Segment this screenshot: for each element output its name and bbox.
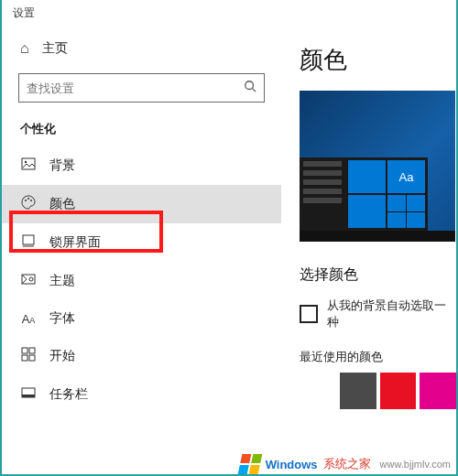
preview-tiles: Aa bbox=[345, 157, 428, 231]
page-title: 颜色 bbox=[300, 44, 456, 76]
svg-rect-14 bbox=[29, 355, 35, 361]
sidebar-item-lockscreen[interactable]: 锁屏界面 bbox=[2, 223, 281, 262]
preview-start-list bbox=[300, 157, 345, 231]
theme-icon bbox=[20, 272, 37, 290]
picture-icon bbox=[20, 157, 37, 175]
sidebar-item-fonts[interactable]: AA 字体 bbox=[2, 300, 281, 337]
svg-rect-7 bbox=[23, 235, 34, 244]
window-body: ⌂ 主页 个性化 背景 bbox=[2, 26, 456, 474]
lockscreen-icon bbox=[20, 233, 37, 252]
preview-taskbar bbox=[300, 231, 455, 242]
sidebar-item-taskbar[interactable]: 任务栏 bbox=[2, 375, 281, 414]
home-button[interactable]: ⌂ 主页 bbox=[2, 33, 281, 64]
svg-rect-11 bbox=[22, 348, 27, 353]
start-icon bbox=[20, 347, 37, 365]
color-swatch[interactable] bbox=[300, 373, 336, 409]
svg-point-6 bbox=[30, 200, 32, 201]
sidebar-item-label: 锁屏界面 bbox=[49, 234, 101, 251]
sidebar-item-label: 开始 bbox=[49, 348, 75, 364]
sidebar-item-label: 颜色 bbox=[49, 196, 75, 212]
watermark-site: 系统之家 bbox=[323, 456, 371, 472]
preview-tile-grid bbox=[387, 195, 425, 228]
home-icon: ⌂ bbox=[20, 40, 29, 57]
watermark-url: www.bjjmlv.com bbox=[380, 459, 451, 470]
watermark: Windows 系统之家 www.bjjmlv.com bbox=[240, 454, 451, 474]
windows-logo-icon bbox=[237, 454, 262, 474]
preview-tile-aa: Aa bbox=[387, 160, 425, 193]
font-icon: AA bbox=[20, 312, 37, 326]
sidebar-item-label: 主题 bbox=[49, 273, 75, 289]
svg-point-5 bbox=[27, 198, 29, 200]
sidebar-item-label: 任务栏 bbox=[49, 386, 88, 403]
color-swatch[interactable] bbox=[420, 373, 456, 409]
watermark-brand: Windows bbox=[266, 458, 318, 471]
section-label: 个性化 bbox=[2, 115, 281, 146]
sidebar-item-start[interactable]: 开始 bbox=[2, 337, 281, 375]
home-label: 主页 bbox=[42, 40, 68, 57]
svg-line-1 bbox=[253, 89, 256, 92]
color-swatch[interactable] bbox=[340, 373, 376, 409]
window-title: 设置 bbox=[2, 0, 456, 26]
search-wrap bbox=[2, 64, 281, 115]
settings-window: 设置 ⌂ 主页 个性化 背景 bbox=[0, 0, 458, 476]
sidebar-item-label: 字体 bbox=[49, 310, 75, 327]
recent-swatches bbox=[300, 373, 456, 409]
preview-start-menu: Aa bbox=[300, 157, 428, 231]
search-box[interactable] bbox=[18, 73, 265, 103]
search-icon bbox=[244, 80, 256, 96]
svg-point-10 bbox=[29, 277, 33, 281]
svg-point-4 bbox=[25, 200, 27, 201]
auto-pick-checkbox[interactable] bbox=[300, 305, 318, 323]
svg-rect-13 bbox=[22, 355, 27, 361]
recent-colors-label: 最近使用的颜色 bbox=[300, 349, 456, 365]
palette-icon bbox=[20, 195, 37, 213]
sidebar: ⌂ 主页 个性化 背景 bbox=[2, 26, 281, 474]
svg-point-3 bbox=[25, 161, 27, 163]
taskbar-icon bbox=[20, 385, 37, 404]
color-preview: Aa bbox=[300, 91, 455, 242]
svg-point-0 bbox=[245, 81, 254, 90]
svg-rect-12 bbox=[29, 348, 35, 353]
preview-tile bbox=[348, 195, 386, 228]
sidebar-item-themes[interactable]: 主题 bbox=[2, 262, 281, 300]
color-swatch[interactable] bbox=[380, 373, 417, 409]
search-input[interactable] bbox=[27, 81, 244, 95]
sidebar-item-colors[interactable]: 颜色 bbox=[2, 185, 281, 223]
sidebar-item-label: 背景 bbox=[49, 157, 75, 174]
preview-tile bbox=[348, 160, 386, 193]
svg-rect-16 bbox=[22, 395, 35, 397]
auto-pick-label: 从我的背景自动选取一种 bbox=[327, 298, 456, 330]
sidebar-item-background[interactable]: 背景 bbox=[2, 146, 281, 185]
svg-rect-2 bbox=[22, 158, 35, 169]
content-pane: 颜色 Aa 选择颜色 从我的背景自动选取 bbox=[281, 26, 456, 474]
auto-pick-row[interactable]: 从我的背景自动选取一种 bbox=[300, 298, 456, 330]
choose-color-heading: 选择颜色 bbox=[300, 265, 456, 285]
